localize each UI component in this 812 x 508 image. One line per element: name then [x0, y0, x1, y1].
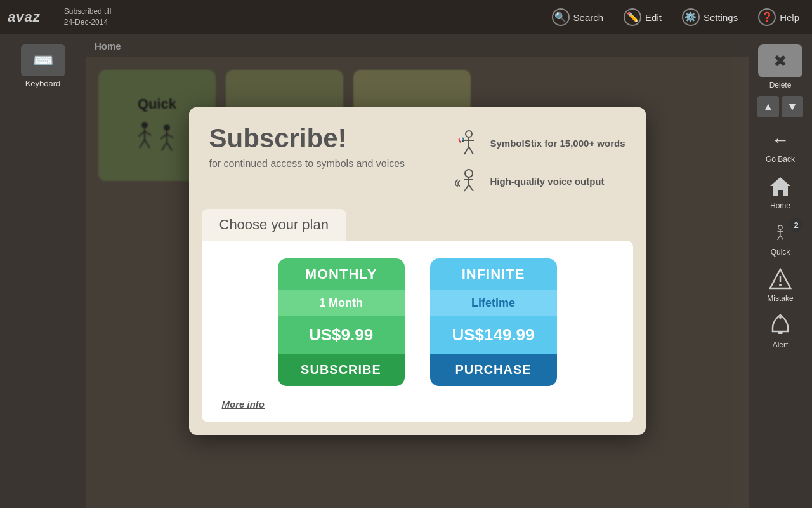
feature-symbolstix: 📢 SymbolStix for 15,000+ words	[454, 128, 625, 158]
symbolstix-icon: 📢	[454, 128, 484, 158]
monthly-plan-price: US$9.99	[278, 316, 405, 354]
svg-point-33	[779, 316, 782, 319]
scroll-up-button[interactable]: ▲	[757, 96, 779, 117]
app-logo: avaz	[8, 9, 41, 25]
sidebar-item-quick[interactable]: Quick 2	[752, 217, 808, 260]
modal-features: 📢 SymbolStix for 15,000+ words	[454, 125, 625, 196]
modal-title-section: Subscribe! for continued access to symbo…	[209, 125, 405, 171]
home-icon	[765, 174, 796, 199]
svg-line-28	[780, 236, 783, 240]
topbar: avaz Subscribed till 24-Dec-2014 🔍 Searc…	[0, 0, 812, 34]
more-info-link[interactable]: More info	[222, 399, 613, 410]
infinite-plan-duration: Lifetime	[430, 290, 557, 316]
modal-header: Subscribe! for continued access to symbo…	[189, 107, 646, 209]
monthly-plan-name: MONTHLY	[278, 258, 405, 290]
svg-rect-32	[778, 331, 783, 334]
help-button[interactable]: ❓ Help	[753, 6, 804, 29]
quick-badge: 2	[789, 218, 803, 232]
help-icon: ❓	[758, 8, 776, 26]
svg-line-16	[469, 147, 473, 154]
right-sidebar: ✖ Delete ▲ ▼ ← Go Back Home	[749, 34, 812, 508]
subscribe-modal: Subscribe! for continued access to symbo…	[189, 107, 646, 435]
sidebar-item-alert[interactable]: Alert	[752, 309, 808, 353]
settings-button[interactable]: ⚙️ Settings	[677, 6, 743, 29]
left-sidebar: ⌨️ Keyboard	[0, 34, 86, 508]
modal-subtitle: for continued access to symbols and voic…	[209, 157, 405, 171]
edit-button[interactable]: ✏️ Edit	[619, 6, 667, 29]
scroll-down-button[interactable]: ▼	[782, 96, 803, 117]
sidebar-item-mistake[interactable]: Mistake	[752, 263, 808, 307]
monthly-plan-duration: 1 Month	[278, 290, 405, 316]
modal-title: Subscribe!	[209, 125, 405, 152]
plan-card-infinite[interactable]: INFINITE Lifetime US$149.99 PURCHASE	[430, 258, 557, 386]
sidebar-item-keyboard[interactable]: ⌨️ Keyboard	[8, 41, 78, 92]
infinite-plan-price: US$149.99	[430, 316, 557, 354]
main-layout: ⌨️ Keyboard Home Quick	[0, 34, 812, 508]
edit-icon: ✏️	[624, 8, 641, 26]
modal-overlay: Subscribe! for continued access to symbo…	[86, 34, 749, 508]
scroll-controls: ▲ ▼	[757, 96, 803, 117]
subscription-info: Subscribed till 24-Dec-2014	[56, 6, 112, 28]
go-back-icon: ←	[765, 128, 796, 153]
search-icon: 🔍	[552, 8, 570, 26]
svg-point-31	[779, 284, 782, 286]
svg-point-24	[778, 225, 782, 229]
infinite-plan-name: INFINITE	[430, 258, 557, 290]
keyboard-icon: ⌨️	[21, 44, 65, 76]
svg-marker-23	[770, 177, 790, 196]
svg-point-12	[466, 131, 472, 137]
subscribe-button[interactable]: SUBSCRIBE	[278, 354, 405, 386]
sidebar-item-delete[interactable]: ✖ Delete	[752, 41, 808, 93]
alert-icon	[765, 313, 796, 338]
plan-tab[interactable]: Choose your plan	[202, 209, 346, 241]
settings-icon: ⚙️	[682, 8, 700, 26]
svg-text:📢: 📢	[458, 137, 464, 143]
center-content: Home Quick	[86, 34, 749, 508]
plan-card-monthly[interactable]: MONTHLY 1 Month US$9.99 SUBSCRIBE	[278, 258, 405, 386]
mistake-icon	[765, 267, 796, 292]
plan-cards-row: MONTHLY 1 Month US$9.99 SUBSCRIBE INFINI…	[222, 258, 613, 386]
delete-icon: ✖	[758, 44, 802, 77]
plan-cards-area: MONTHLY 1 Month US$9.99 SUBSCRIBE INFINI…	[202, 241, 633, 422]
svg-line-15	[464, 147, 469, 154]
feature-voice: High-quality voice output	[454, 166, 625, 196]
svg-point-18	[465, 170, 473, 177]
sidebar-item-go-back[interactable]: ← Go Back	[752, 124, 808, 168]
purchase-button[interactable]: PURCHASE	[430, 354, 557, 386]
svg-line-27	[778, 236, 781, 240]
svg-line-21	[464, 185, 469, 191]
voice-icon	[454, 166, 484, 196]
svg-line-22	[469, 185, 473, 191]
search-button[interactable]: 🔍 Search	[547, 6, 609, 29]
plan-tab-area: Choose your plan	[189, 209, 646, 241]
sidebar-item-home[interactable]: Home	[752, 170, 808, 214]
